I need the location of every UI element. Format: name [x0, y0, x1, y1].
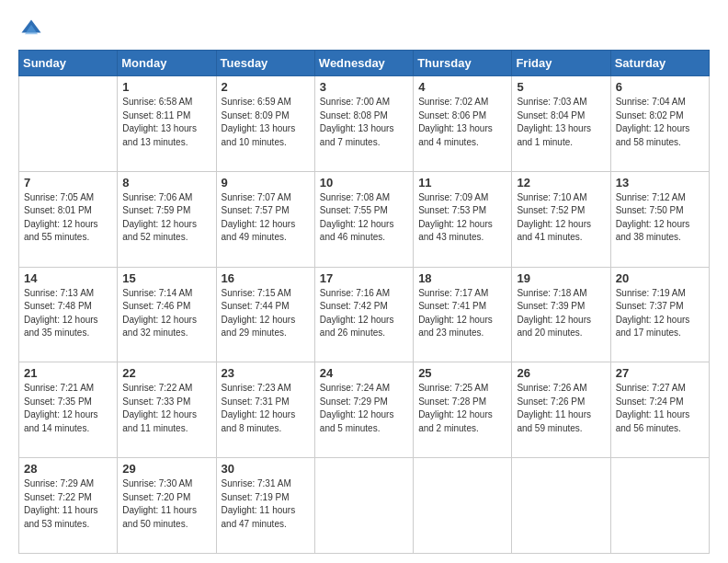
calendar-week-row: 14Sunrise: 7:13 AMSunset: 7:48 PMDayligh…: [19, 267, 710, 362]
calendar-day-cell: 2Sunrise: 6:59 AMSunset: 8:09 PMDaylight…: [216, 76, 314, 172]
day-info: Sunrise: 6:58 AMSunset: 8:11 PMDaylight:…: [122, 96, 210, 149]
calendar-day-cell: [414, 458, 512, 554]
day-info: Sunrise: 7:09 AMSunset: 7:53 PMDaylight:…: [418, 191, 506, 245]
day-number: 29: [122, 462, 210, 476]
calendar-day-cell: 27Sunrise: 7:27 AMSunset: 7:24 PMDayligh…: [610, 362, 709, 458]
day-number: 9: [222, 176, 310, 190]
day-number: 12: [517, 176, 605, 190]
calendar-day-cell: 25Sunrise: 7:25 AMSunset: 7:28 PMDayligh…: [414, 362, 512, 458]
day-number: 6: [616, 80, 704, 94]
calendar-day-cell: 15Sunrise: 7:14 AMSunset: 7:46 PMDayligh…: [118, 267, 216, 362]
calendar-day-cell: 30Sunrise: 7:31 AMSunset: 7:19 PMDayligh…: [216, 458, 314, 554]
calendar-day-cell: 4Sunrise: 7:02 AMSunset: 8:06 PMDaylight…: [414, 76, 512, 172]
calendar-day-cell: 6Sunrise: 7:04 AMSunset: 8:02 PMDaylight…: [610, 76, 709, 172]
logo-icon: [18, 17, 44, 42]
day-number: 14: [24, 271, 112, 285]
day-info: Sunrise: 7:16 AMSunset: 7:42 PMDaylight:…: [320, 287, 408, 340]
calendar-day-cell: 12Sunrise: 7:10 AMSunset: 7:52 PMDayligh…: [512, 171, 610, 267]
day-number: 11: [418, 176, 506, 190]
calendar-day-cell: 13Sunrise: 7:12 AMSunset: 7:50 PMDayligh…: [610, 171, 709, 267]
calendar-weekday-tuesday: Tuesday: [216, 51, 314, 76]
calendar-day-cell: 5Sunrise: 7:03 AMSunset: 8:04 PMDaylight…: [512, 76, 610, 172]
day-info: Sunrise: 7:02 AMSunset: 8:06 PMDaylight:…: [418, 96, 506, 149]
day-number: 7: [24, 176, 112, 190]
day-info: Sunrise: 7:22 AMSunset: 7:33 PMDaylight:…: [122, 382, 210, 435]
calendar-day-cell: 29Sunrise: 7:30 AMSunset: 7:20 PMDayligh…: [118, 458, 216, 554]
page: SundayMondayTuesdayWednesdayThursdayFrid…: [0, 0, 728, 563]
day-info: Sunrise: 7:14 AMSunset: 7:46 PMDaylight:…: [122, 287, 210, 340]
calendar-day-cell: 16Sunrise: 7:15 AMSunset: 7:44 PMDayligh…: [216, 267, 314, 362]
day-number: 17: [320, 271, 408, 285]
logo: [18, 17, 48, 42]
day-info: Sunrise: 7:17 AMSunset: 7:41 PMDaylight:…: [418, 287, 506, 340]
day-info: Sunrise: 7:18 AMSunset: 7:39 PMDaylight:…: [517, 287, 605, 340]
day-info: Sunrise: 7:25 AMSunset: 7:28 PMDaylight:…: [418, 382, 506, 435]
calendar-day-cell: 14Sunrise: 7:13 AMSunset: 7:48 PMDayligh…: [19, 267, 118, 362]
day-info: Sunrise: 7:07 AMSunset: 7:57 PMDaylight:…: [222, 191, 310, 245]
calendar-weekday-monday: Monday: [118, 51, 216, 76]
calendar-weekday-friday: Friday: [512, 51, 610, 76]
day-number: 28: [24, 462, 112, 476]
day-info: Sunrise: 7:10 AMSunset: 7:52 PMDaylight:…: [517, 191, 605, 245]
day-info: Sunrise: 7:04 AMSunset: 8:02 PMDaylight:…: [616, 96, 704, 149]
calendar-day-cell: 9Sunrise: 7:07 AMSunset: 7:57 PMDaylight…: [216, 171, 314, 267]
day-number: 3: [320, 80, 408, 94]
day-number: 19: [517, 271, 605, 285]
calendar-week-row: 7Sunrise: 7:05 AMSunset: 8:01 PMDaylight…: [19, 171, 710, 267]
day-number: 15: [122, 271, 210, 285]
day-number: 13: [616, 176, 704, 190]
day-info: Sunrise: 7:08 AMSunset: 7:55 PMDaylight:…: [320, 191, 408, 245]
calendar-day-cell: 23Sunrise: 7:23 AMSunset: 7:31 PMDayligh…: [216, 362, 314, 458]
calendar-weekday-wednesday: Wednesday: [314, 51, 413, 76]
calendar-day-cell: 22Sunrise: 7:22 AMSunset: 7:33 PMDayligh…: [118, 362, 216, 458]
day-info: Sunrise: 7:21 AMSunset: 7:35 PMDaylight:…: [24, 382, 112, 435]
day-number: 16: [222, 271, 310, 285]
day-number: 2: [222, 80, 310, 94]
day-number: 8: [122, 176, 210, 190]
day-number: 18: [418, 271, 506, 285]
calendar-week-row: 1Sunrise: 6:58 AMSunset: 8:11 PMDaylight…: [19, 76, 710, 172]
calendar-day-cell: 21Sunrise: 7:21 AMSunset: 7:35 PMDayligh…: [19, 362, 118, 458]
day-number: 21: [24, 366, 112, 380]
calendar-day-cell: 10Sunrise: 7:08 AMSunset: 7:55 PMDayligh…: [314, 171, 413, 267]
day-info: Sunrise: 7:27 AMSunset: 7:24 PMDaylight:…: [616, 382, 704, 435]
day-info: Sunrise: 7:15 AMSunset: 7:44 PMDaylight:…: [222, 287, 310, 340]
header: [18, 17, 710, 42]
calendar-week-row: 28Sunrise: 7:29 AMSunset: 7:22 PMDayligh…: [19, 458, 710, 554]
day-number: 25: [418, 366, 506, 380]
calendar-day-cell: [610, 458, 709, 554]
day-info: Sunrise: 7:00 AMSunset: 8:08 PMDaylight:…: [320, 96, 408, 149]
day-number: 23: [222, 366, 310, 380]
day-info: Sunrise: 7:06 AMSunset: 7:59 PMDaylight:…: [122, 191, 210, 245]
day-info: Sunrise: 7:26 AMSunset: 7:26 PMDaylight:…: [517, 382, 605, 435]
day-number: 4: [418, 80, 506, 94]
calendar-day-cell: 26Sunrise: 7:26 AMSunset: 7:26 PMDayligh…: [512, 362, 610, 458]
calendar-day-cell: [314, 458, 413, 554]
calendar-weekday-sunday: Sunday: [19, 51, 118, 76]
calendar-day-cell: [19, 76, 118, 172]
day-number: 30: [222, 462, 310, 476]
day-number: 1: [122, 80, 210, 94]
day-number: 20: [616, 271, 704, 285]
calendar-day-cell: 7Sunrise: 7:05 AMSunset: 8:01 PMDaylight…: [19, 171, 118, 267]
calendar-day-cell: 20Sunrise: 7:19 AMSunset: 7:37 PMDayligh…: [610, 267, 709, 362]
day-number: 26: [517, 366, 605, 380]
calendar-day-cell: 17Sunrise: 7:16 AMSunset: 7:42 PMDayligh…: [314, 267, 413, 362]
day-number: 24: [320, 366, 408, 380]
calendar-day-cell: 3Sunrise: 7:00 AMSunset: 8:08 PMDaylight…: [314, 76, 413, 172]
day-info: Sunrise: 7:23 AMSunset: 7:31 PMDaylight:…: [222, 382, 310, 435]
day-number: 27: [616, 366, 704, 380]
calendar-weekday-saturday: Saturday: [610, 51, 709, 76]
day-number: 5: [517, 80, 605, 94]
calendar-day-cell: 19Sunrise: 7:18 AMSunset: 7:39 PMDayligh…: [512, 267, 610, 362]
day-info: Sunrise: 7:30 AMSunset: 7:20 PMDaylight:…: [122, 477, 210, 531]
calendar-day-cell: 18Sunrise: 7:17 AMSunset: 7:41 PMDayligh…: [414, 267, 512, 362]
day-info: Sunrise: 7:31 AMSunset: 7:19 PMDaylight:…: [222, 477, 310, 531]
calendar-header-row: SundayMondayTuesdayWednesdayThursdayFrid…: [19, 51, 710, 76]
calendar-day-cell: 24Sunrise: 7:24 AMSunset: 7:29 PMDayligh…: [314, 362, 413, 458]
calendar-weekday-thursday: Thursday: [414, 51, 512, 76]
calendar-day-cell: 1Sunrise: 6:58 AMSunset: 8:11 PMDaylight…: [118, 76, 216, 172]
day-info: Sunrise: 7:05 AMSunset: 8:01 PMDaylight:…: [24, 191, 112, 245]
calendar-day-cell: [512, 458, 610, 554]
calendar-day-cell: 8Sunrise: 7:06 AMSunset: 7:59 PMDaylight…: [118, 171, 216, 267]
